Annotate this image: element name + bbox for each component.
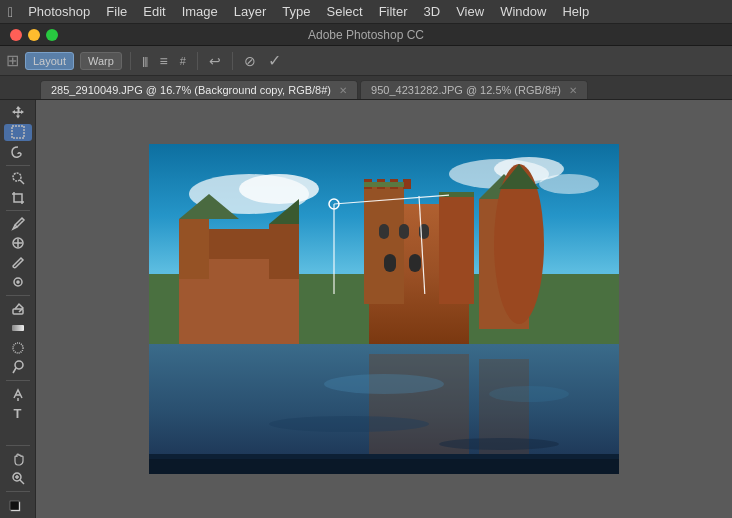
tool-sep-6 <box>6 491 30 492</box>
svg-line-2 <box>20 180 24 184</box>
tab-1-close-icon[interactable]: ✕ <box>339 85 347 96</box>
menu-type[interactable]: Type <box>275 2 317 21</box>
transform-icon-2[interactable]: ≡ <box>156 53 170 69</box>
tool-sep-3 <box>6 295 30 296</box>
tab-2[interactable]: 950_4231282.JPG @ 12.5% (RGB/8#) ✕ <box>360 80 588 99</box>
svg-point-54 <box>324 374 444 394</box>
options-divider-2 <box>197 52 198 70</box>
toolbar: T <box>0 100 36 518</box>
svg-point-25 <box>539 174 599 194</box>
close-button[interactable] <box>10 29 22 41</box>
pen-tool[interactable] <box>4 385 32 403</box>
cancel-icon[interactable]: ⊘ <box>241 53 259 69</box>
menu-view[interactable]: View <box>449 2 491 21</box>
tool-indicator-icon: ⊞ <box>6 51 19 70</box>
lasso-tool[interactable] <box>4 143 32 161</box>
tool-sep-1 <box>6 165 30 166</box>
svg-line-15 <box>20 480 24 484</box>
maximize-button[interactable] <box>46 29 58 41</box>
svg-point-7 <box>17 281 19 283</box>
svg-rect-0 <box>12 126 24 138</box>
menu-window[interactable]: Window <box>493 2 553 21</box>
hand-tool[interactable] <box>4 450 32 468</box>
menu-3d[interactable]: 3D <box>417 2 448 21</box>
rectangular-marquee-tool[interactable] <box>4 124 32 142</box>
options-divider-3 <box>232 52 233 70</box>
svg-point-57 <box>439 438 559 450</box>
svg-point-10 <box>13 343 23 353</box>
menu-help[interactable]: Help <box>555 2 596 21</box>
tab-1-label: 285_2910049.JPG @ 16.7% (Background copy… <box>51 84 331 96</box>
warp-button[interactable]: Warp <box>80 52 122 70</box>
transform-icon-1[interactable]: ||| <box>139 55 151 67</box>
tool-sep-5 <box>6 445 30 446</box>
menu-image[interactable]: Image <box>175 2 225 21</box>
app-title: Adobe Photoshop CC <box>308 28 424 42</box>
svg-point-11 <box>15 361 23 369</box>
menu-bar:  Photoshop File Edit Image Layer Type S… <box>0 0 732 24</box>
svg-rect-59 <box>149 459 619 474</box>
gradient-tool[interactable] <box>4 319 32 337</box>
menu-filter[interactable]: Filter <box>372 2 415 21</box>
crop-tool[interactable] <box>4 189 32 207</box>
type-icon: T <box>14 406 22 421</box>
healing-brush-tool[interactable] <box>4 235 32 253</box>
tool-sep-4 <box>6 380 30 381</box>
window-controls <box>10 29 58 41</box>
svg-point-55 <box>489 386 569 402</box>
image-container[interactable] <box>149 144 619 474</box>
svg-rect-19 <box>10 501 19 510</box>
move-tool[interactable] <box>4 104 32 122</box>
menu-select[interactable]: Select <box>320 2 370 21</box>
menu-edit[interactable]: Edit <box>136 2 172 21</box>
menu-layer[interactable]: Layer <box>227 2 274 21</box>
svg-point-56 <box>269 416 429 432</box>
eyedropper-tool[interactable] <box>4 215 32 233</box>
title-bar: Adobe Photoshop CC <box>0 24 732 46</box>
confirm-icon[interactable]: ✓ <box>265 51 284 70</box>
zoom-tool[interactable] <box>4 470 32 488</box>
tool-sep-2 <box>6 210 30 211</box>
tab-2-label: 950_4231282.JPG @ 12.5% (RGB/8#) <box>371 84 561 96</box>
options-divider-1 <box>130 52 131 70</box>
transform-icon-3[interactable]: # <box>177 55 189 67</box>
menu-file[interactable]: File <box>99 2 134 21</box>
eraser-tool[interactable] <box>4 300 32 318</box>
path-selection-tool[interactable] <box>4 424 32 442</box>
svg-line-12 <box>13 368 16 373</box>
foreground-bg-color[interactable] <box>4 496 32 514</box>
tabs-bar: 285_2910049.JPG @ 16.7% (Background copy… <box>0 76 732 100</box>
blur-tool[interactable] <box>4 339 32 357</box>
type-tool[interactable]: T <box>4 404 32 422</box>
svg-point-1 <box>13 173 21 181</box>
menu-photoshop[interactable]: Photoshop <box>21 2 97 21</box>
options-bar: ⊞ Layout Warp ||| ≡ # ↩ ⊘ ✓ <box>0 46 732 76</box>
canvas-area <box>36 100 732 518</box>
svg-line-60 <box>419 196 439 294</box>
dodge-tool[interactable] <box>4 359 32 377</box>
svg-rect-9 <box>12 325 24 331</box>
apple-logo-icon[interactable]:  <box>8 4 13 20</box>
undo-icon[interactable]: ↩ <box>206 53 224 69</box>
tab-1[interactable]: 285_2910049.JPG @ 16.7% (Background copy… <box>40 80 358 99</box>
minimize-button[interactable] <box>28 29 40 41</box>
brush-tool[interactable] <box>4 254 32 272</box>
main-area: T <box>0 100 732 518</box>
warp-overlay <box>149 144 449 294</box>
clone-stamp-tool[interactable] <box>4 274 32 292</box>
layout-button[interactable]: Layout <box>25 52 74 70</box>
quick-selection-tool[interactable] <box>4 169 32 187</box>
tab-2-close-icon[interactable]: ✕ <box>569 85 577 96</box>
